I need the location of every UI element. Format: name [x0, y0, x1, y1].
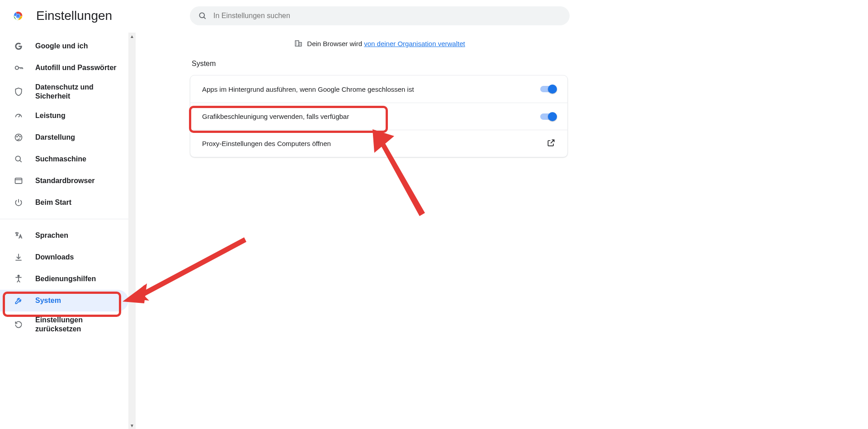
sidebar-item-label: Sprachen	[35, 231, 68, 240]
row-background-apps[interactable]: Apps im Hintergrund ausführen, wenn Goog…	[190, 75, 567, 103]
palette-icon	[14, 132, 24, 142]
speedometer-icon	[14, 111, 24, 121]
search-input[interactable]	[213, 12, 561, 20]
shield-icon	[14, 87, 24, 97]
sidebar-item-label: Beim Start	[35, 198, 71, 207]
sidebar-item-system[interactable]: System	[0, 290, 128, 311]
svg-point-13	[18, 135, 19, 136]
sidebar-item-performance[interactable]: Leistung	[0, 105, 128, 127]
header: Einstellungen	[0, 0, 868, 32]
power-icon	[14, 198, 24, 207]
sidebar-item-label: Google und ich	[35, 42, 88, 50]
sidebar-item-privacy[interactable]: Datenschutz und Sicherheit	[0, 79, 128, 105]
sidebar-item-google[interactable]: Google und ich	[0, 35, 128, 57]
svg-point-3	[17, 14, 20, 18]
sidebar-item-label: Bedienungshilfen	[35, 275, 96, 283]
sidebar-item-label: Standardbrowser	[35, 177, 95, 185]
org-banner-text: Dein Browser wird	[307, 40, 364, 47]
content-area: Dein Browser wird von deiner Organisatio…	[136, 33, 868, 429]
translate-icon	[14, 231, 24, 240]
download-icon	[14, 252, 24, 262]
reset-icon	[14, 320, 24, 330]
row-hardware-acceleration[interactable]: Grafikbeschleunigung verwenden, falls ve…	[190, 103, 567, 130]
svg-rect-17	[15, 178, 22, 184]
key-icon	[14, 63, 24, 73]
sidebar-item-label: Autofill und Passwörter	[35, 64, 117, 72]
sidebar-scrollbar[interactable]: ▲ ▼	[128, 33, 136, 429]
sidebar-item-reset[interactable]: Einstellungen zurücksetzen	[0, 311, 128, 338]
google-g-icon	[14, 41, 24, 51]
sidebar-item-search-engine[interactable]: Suchmaschine	[0, 148, 128, 170]
svg-point-14	[20, 137, 21, 137]
svg-point-20	[18, 275, 19, 277]
page-title: Einstellungen	[36, 9, 112, 23]
sidebar-item-label: Suchmaschine	[35, 155, 86, 163]
sidebar-item-label: Darstellung	[35, 133, 75, 141]
sidebar-item-default-browser[interactable]: Standardbrowser	[0, 170, 128, 192]
toggle-hardware-acceleration[interactable]	[540, 113, 556, 120]
scroll-up-icon[interactable]: ▲	[128, 33, 136, 40]
svg-point-4	[199, 13, 204, 18]
svg-rect-22	[299, 42, 302, 46]
row-label: Proxy-Einstellungen des Computers öffnen	[202, 140, 331, 147]
svg-point-6	[15, 66, 19, 69]
svg-line-10	[19, 115, 20, 117]
svg-line-16	[20, 160, 22, 162]
org-managed-banner: Dein Browser wird von deiner Organisatio…	[190, 33, 570, 54]
sidebar-item-label: Datenschutz und Sicherheit	[35, 83, 128, 101]
sidebar-item-autofill[interactable]: Autofill und Passwörter	[0, 57, 128, 79]
sidebar-item-languages[interactable]: Sprachen	[0, 225, 128, 246]
sidebar-item-accessibility[interactable]: Bedienungshilfen	[0, 268, 128, 290]
svg-line-5	[204, 17, 206, 19]
wrench-icon	[14, 296, 24, 306]
org-managed-link[interactable]: von deiner Organisation verwaltet	[364, 40, 465, 47]
chrome-logo-icon	[12, 9, 24, 22]
sidebar-item-label: System	[35, 297, 61, 305]
open-external-icon	[547, 138, 556, 149]
toggle-background-apps[interactable]	[540, 86, 556, 92]
section-title: System	[192, 60, 571, 68]
sidebar-item-label: Leistung	[35, 112, 66, 120]
building-icon	[294, 39, 302, 47]
sidebar-item-downloads[interactable]: Downloads	[0, 246, 128, 268]
search-icon	[198, 11, 207, 20]
search-icon	[14, 154, 24, 164]
accessibility-icon	[14, 274, 24, 284]
search-box[interactable]	[190, 6, 570, 25]
sidebar-item-on-startup[interactable]: Beim Start	[0, 192, 128, 213]
sidebar: Google und ich Autofill und Passwörter D…	[0, 33, 136, 429]
row-proxy-settings[interactable]: Proxy-Einstellungen des Computers öffnen	[190, 130, 567, 157]
sidebar-divider	[0, 219, 128, 219]
row-label: Apps im Hintergrund ausführen, wenn Goog…	[202, 85, 414, 93]
svg-point-15	[15, 156, 20, 161]
row-label: Grafikbeschleunigung verwenden, falls ve…	[202, 113, 349, 120]
sidebar-item-label: Einstellungen zurücksetzen	[35, 316, 128, 334]
system-settings-card: Apps im Hintergrund ausführen, wenn Goog…	[190, 75, 568, 157]
sidebar-item-appearance[interactable]: Darstellung	[0, 127, 128, 148]
scroll-down-icon[interactable]: ▼	[128, 422, 136, 429]
svg-point-12	[17, 137, 18, 137]
sidebar-item-label: Downloads	[35, 253, 74, 261]
browser-icon	[14, 176, 24, 186]
